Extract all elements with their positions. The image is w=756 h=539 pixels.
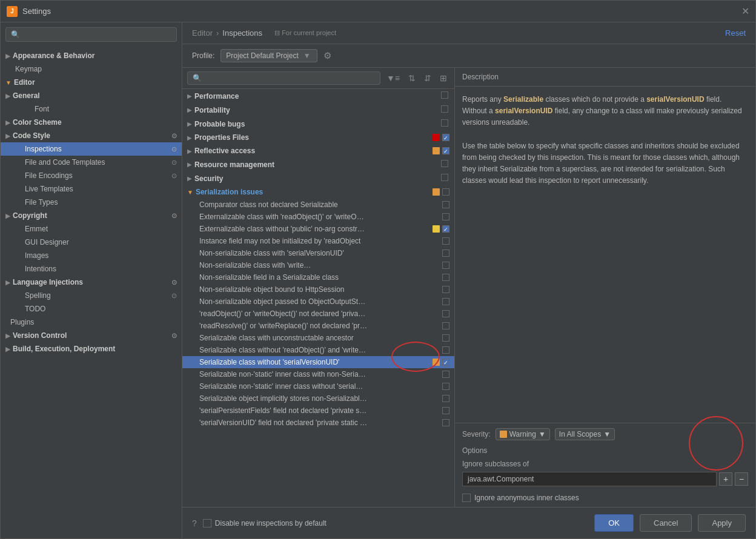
group-arrow: ▶	[187, 161, 192, 168]
insp-item-s2[interactable]: Externalizable class with 'readObject()'…	[182, 211, 454, 223]
group-probablebugs[interactable]: ▶ Probable bugs	[182, 117, 454, 131]
sidebar-search[interactable]: 🔍	[5, 27, 177, 42]
insp-item-s1[interactable]: Comparator class not declared Serializab…	[182, 199, 454, 211]
item-cb[interactable]	[442, 322, 449, 329]
item-cb[interactable]	[442, 298, 449, 305]
item-cb[interactable]	[442, 201, 449, 208]
profile-select[interactable]: Project Default Project ▼	[220, 49, 317, 62]
ignore-anon-checkbox[interactable]	[462, 494, 471, 502]
sidebar-item-editor[interactable]: ▼ Editor	[1, 76, 182, 89]
group-cb[interactable]	[442, 188, 449, 196]
insp-item-s10[interactable]: 'readObject()' or 'writeObject()' not de…	[182, 308, 454, 320]
item-cb[interactable]	[442, 213, 449, 220]
insp-item-s9[interactable]: Non-serializable object passed to Object…	[182, 296, 454, 308]
remove-class-button[interactable]: −	[735, 472, 748, 486]
group-reflectiveaccess[interactable]: ▶ Reflective access ✓	[182, 144, 454, 157]
sidebar-item-spelling[interactable]: Spelling ⊙	[1, 289, 182, 302]
item-cb[interactable]	[442, 274, 449, 281]
group-cb[interactable]	[441, 160, 449, 169]
insp-item-s16[interactable]: Serializable non-'static' inner class wi…	[182, 380, 454, 392]
sidebar-item-intentions[interactable]: Intentions	[1, 262, 182, 276]
sidebar-item-versioncontrol[interactable]: ▶ Version Control ⊙	[1, 329, 182, 342]
help-button[interactable]: ?	[192, 518, 197, 528]
insp-item-s14[interactable]: Serializable class without 'serialVersio…	[182, 356, 454, 368]
severity-select[interactable]: Warning ▼	[496, 428, 550, 440]
insp-item-s19[interactable]: 'serialVersionUID' field not declared 'p…	[182, 417, 454, 429]
sidebar-item-codestyle[interactable]: ▶ Code Style ⊙	[1, 129, 182, 142]
sidebar-item-emmet[interactable]: Emmet	[1, 222, 182, 236]
group-cb[interactable]	[441, 91, 449, 101]
group-serialization[interactable]: ▼ Serialization issues	[182, 185, 454, 199]
cancel-button[interactable]: Cancel	[640, 514, 692, 532]
item-cb[interactable]	[442, 262, 449, 269]
sidebar-item-general[interactable]: ▶ General	[1, 89, 182, 102]
group-cb[interactable]	[441, 105, 449, 114]
item-cb[interactable]	[442, 371, 449, 378]
item-cb[interactable]	[442, 346, 449, 354]
insp-item-s11[interactable]: 'readResolve()' or 'writeReplace()' not …	[182, 320, 454, 332]
scope-select[interactable]: In All Scopes ▼	[555, 428, 615, 440]
item-cb-checked[interactable]: ✓	[442, 359, 449, 366]
insp-item-s13[interactable]: Serializable class without 'readObject()…	[182, 344, 454, 356]
sidebar-item-filecodetemplates[interactable]: File and Code Templates ⊙	[1, 156, 182, 169]
sidebar-item-font[interactable]: Font	[1, 102, 182, 116]
sidebar-item-buildexec[interactable]: ▶ Build, Execution, Deployment	[1, 342, 182, 355]
insp-item-s7[interactable]: Non-serializable field in a Serializable…	[182, 271, 454, 283]
sidebar-item-filetypes[interactable]: File Types	[1, 196, 182, 209]
insp-item-s17[interactable]: Serializable object implicitly stores no…	[182, 392, 454, 405]
expand-all-button[interactable]: ⇅	[406, 72, 418, 84]
item-cb[interactable]	[442, 419, 449, 426]
sidebar-item-keymap[interactable]: Keymap	[1, 62, 182, 76]
item-cb-checked[interactable]: ✓	[442, 225, 449, 233]
group-security[interactable]: ▶ Security	[182, 171, 454, 185]
insp-item-s12[interactable]: Serializable class with unconstructable …	[182, 332, 454, 344]
view-options-button[interactable]: ⊞	[437, 72, 449, 84]
sidebar-item-inspections[interactable]: Inspections ⊙	[1, 142, 182, 156]
sidebar-item-appearance[interactable]: ▶ Appearance & Behavior	[1, 49, 182, 62]
item-cb[interactable]	[442, 407, 449, 414]
sidebar-item-languageinjections[interactable]: ▶ Language Injections ⊙	[1, 276, 182, 289]
group-propertiesfiles[interactable]: ▶ Properties Files ✓	[182, 131, 454, 144]
ok-button[interactable]: OK	[594, 514, 634, 532]
insp-item-s8[interactable]: Non-serializable object bound to HttpSes…	[182, 283, 454, 296]
item-cb[interactable]	[442, 310, 449, 317]
filter-button[interactable]: ▼≡	[384, 72, 402, 84]
group-cb[interactable]	[441, 174, 449, 183]
reset-button[interactable]: Reset	[725, 28, 746, 38]
item-cb[interactable]	[442, 250, 449, 257]
item-cb[interactable]	[442, 383, 449, 390]
sidebar-item-label: Version Control	[13, 331, 67, 340]
ignore-input[interactable]: java.awt.Component	[462, 472, 717, 486]
group-performance[interactable]: ▶ Performance	[182, 89, 454, 103]
sidebar-item-colorscheme[interactable]: ▶ Color Scheme	[1, 116, 182, 129]
item-cb[interactable]	[442, 286, 449, 293]
insp-item-s18[interactable]: 'serialPersistentFields' field not decla…	[182, 405, 454, 417]
group-cb[interactable]	[441, 119, 449, 128]
sidebar-item-copyright[interactable]: ▶ Copyright ⊙	[1, 209, 182, 222]
gear-button[interactable]: ⚙	[323, 50, 331, 61]
insp-item-s15[interactable]: Serializable non-'static' inner class wi…	[182, 368, 454, 380]
sidebar-item-fileencodings[interactable]: File Encodings ⊙	[1, 169, 182, 182]
apply-button[interactable]: Apply	[698, 514, 746, 532]
list-search[interactable]: 🔍	[187, 71, 380, 85]
disable-inspections-checkbox[interactable]	[203, 519, 211, 527]
add-class-button[interactable]: +	[719, 472, 732, 486]
item-cb[interactable]	[442, 395, 449, 402]
insp-item-s6[interactable]: Non-serializable class with 'write…	[182, 259, 454, 271]
sidebar-item-images[interactable]: Images	[1, 249, 182, 262]
sidebar-item-plugins[interactable]: Plugins	[1, 316, 182, 329]
item-cb[interactable]	[442, 237, 449, 245]
group-cb-checked[interactable]: ✓	[442, 134, 449, 141]
group-portability[interactable]: ▶ Portability	[182, 103, 454, 117]
close-button[interactable]: ✕	[741, 5, 749, 17]
insp-item-s4[interactable]: Instance field may not be initialized by…	[182, 235, 454, 247]
insp-item-s5[interactable]: Non-serializable class with 'serialVersi…	[182, 247, 454, 259]
group-resourcemgmt[interactable]: ▶ Resource management	[182, 157, 454, 171]
sidebar-item-guidesigner[interactable]: GUI Designer	[1, 236, 182, 249]
group-cb-checked[interactable]: ✓	[442, 147, 449, 154]
sidebar-item-todo[interactable]: TODO	[1, 302, 182, 316]
insp-item-s3[interactable]: Externalizable class without 'public' no…	[182, 223, 454, 235]
sidebar-item-livetemplates[interactable]: Live Templates	[1, 182, 182, 196]
item-cb[interactable]	[442, 334, 449, 342]
collapse-all-button[interactable]: ⇵	[422, 72, 434, 84]
